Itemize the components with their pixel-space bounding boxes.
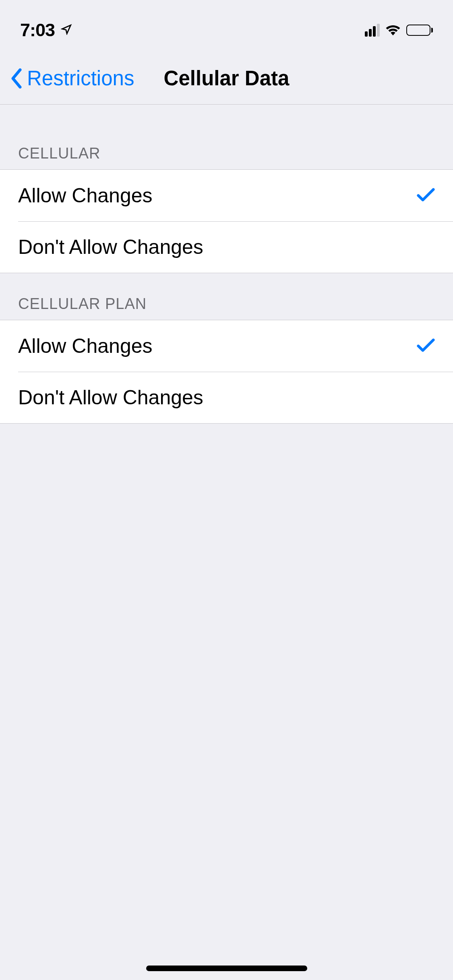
- checkmark-icon: [417, 337, 435, 355]
- section-header-cellular: CELLULAR: [0, 105, 453, 169]
- page-title: Cellular Data: [164, 66, 290, 90]
- row-label: Don't Allow Changes: [18, 235, 203, 259]
- section-header-cellular-plan: CELLULAR PLAN: [0, 273, 453, 320]
- checkmark-icon: [417, 187, 435, 204]
- list-cellular: Allow Changes Don't Allow Changes: [0, 169, 453, 273]
- row-label: Allow Changes: [18, 334, 153, 358]
- row-label: Allow Changes: [18, 184, 153, 207]
- location-icon: [61, 24, 72, 37]
- status-left: 7:03: [20, 20, 72, 41]
- battery-icon: [406, 25, 433, 36]
- chevron-back-icon: [10, 68, 23, 89]
- row-dont-allow-changes-plan[interactable]: Don't Allow Changes: [0, 372, 453, 423]
- back-label: Restrictions: [27, 66, 134, 90]
- status-right: [365, 23, 433, 37]
- list-cellular-plan: Allow Changes Don't Allow Changes: [0, 320, 453, 424]
- wifi-icon: [385, 23, 401, 37]
- row-allow-changes-cellular[interactable]: Allow Changes: [0, 170, 453, 221]
- back-button[interactable]: Restrictions: [10, 66, 134, 90]
- home-indicator[interactable]: [146, 966, 307, 971]
- nav-bar: Restrictions Cellular Data: [0, 52, 453, 105]
- row-dont-allow-changes-cellular[interactable]: Don't Allow Changes: [0, 221, 453, 273]
- row-label: Don't Allow Changes: [18, 386, 203, 409]
- status-time: 7:03: [20, 20, 55, 41]
- cellular-signal-icon: [365, 24, 380, 37]
- status-bar: 7:03: [0, 0, 453, 52]
- row-allow-changes-plan[interactable]: Allow Changes: [0, 320, 453, 372]
